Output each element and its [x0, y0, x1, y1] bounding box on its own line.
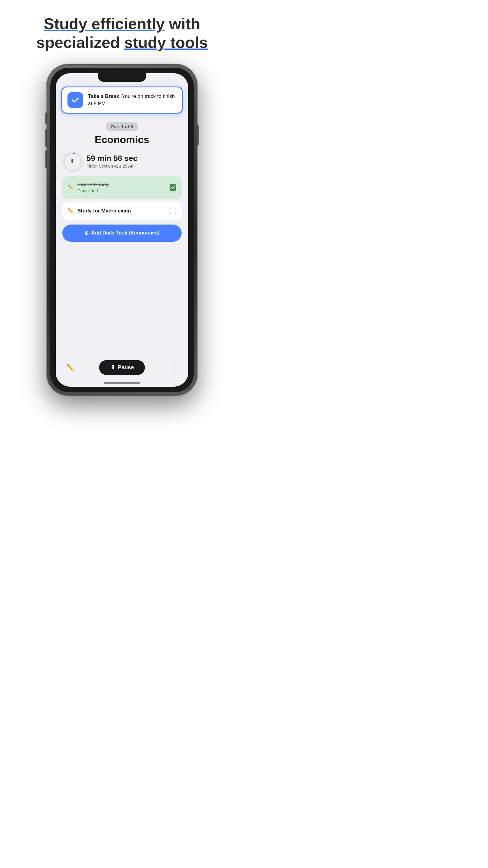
next-arrow-icon[interactable]: ›	[168, 361, 180, 373]
task-checkbox-2[interactable]	[170, 208, 176, 214]
task-name-2: Study for Macro exam	[77, 208, 166, 214]
task-status-1: Completed	[77, 188, 166, 193]
screen-content: Part 1 of 6 Economics ⏸ 59 min 56 se	[56, 117, 188, 355]
notification-icon	[67, 92, 83, 108]
task-label-area-1: Finish Essay Completed	[77, 182, 166, 193]
headline-part3: specialized	[36, 34, 124, 51]
timer-progress-ring	[62, 152, 84, 173]
timer-subtitle: Finish Section At 1:25 AM	[87, 164, 137, 168]
home-indicator	[104, 382, 140, 384]
task-name-1: Finish Essay	[77, 182, 166, 188]
pause-btn-icon: ⏸	[110, 364, 116, 371]
headline-part2: with	[165, 15, 200, 33]
bottom-bar: ✏️ ⏸ Pause ›	[56, 355, 188, 382]
checkmark-icon	[71, 96, 79, 104]
edit-bottom-icon[interactable]: ✏️	[64, 361, 76, 373]
mute-button	[45, 113, 47, 124]
pause-button[interactable]: ⏸ Pause	[99, 360, 144, 375]
notification-banner: Take a Break. You're on track to finish …	[61, 87, 183, 114]
timer-time: 59 min 56 sec	[87, 154, 137, 163]
task-item-finish-essay[interactable]: ✏️ Finish Essay Completed	[62, 176, 182, 198]
headline-part1: Study efficiently	[44, 15, 165, 33]
headline: Study efficiently with specialized study…	[24, 14, 220, 52]
edit-icon-1: ✏️	[68, 184, 74, 190]
task-item-macro-exam[interactable]: ✏️ Study for Macro exam	[62, 202, 182, 220]
volume-up-button	[45, 129, 47, 147]
notch	[98, 73, 146, 82]
edit-icon-2: ✏️	[68, 208, 74, 214]
task-checkbox-1[interactable]	[170, 184, 176, 191]
volume-down-button	[45, 150, 47, 168]
section-title: Economics	[95, 134, 149, 146]
headline-part4: study tools	[124, 34, 207, 51]
phone-shell: Take a Break. You're on track to finish …	[47, 64, 197, 396]
timer-text: 59 min 56 sec Finish Section At 1:25 AM	[87, 154, 137, 168]
add-task-label: Add Daily Task (Economics)	[91, 230, 159, 236]
pause-btn-label: Pause	[118, 364, 134, 371]
part-badge: Part 1 of 6	[106, 122, 138, 131]
timer-row: ⏸ 59 min 56 sec Finish Section At 1:25 A…	[62, 152, 182, 171]
add-task-button[interactable]: ⊕ Add Daily Task (Economics)	[62, 224, 182, 242]
add-task-plus-icon: ⊕	[84, 230, 89, 236]
phone-inner: Take a Break. You're on track to finish …	[50, 68, 194, 392]
task-label-area-2: Study for Macro exam	[77, 208, 166, 214]
svg-point-0	[64, 153, 82, 172]
power-button	[197, 124, 199, 146]
notification-text: Take a Break. You're on track to finish …	[88, 93, 176, 107]
timer-circle[interactable]: ⏸	[62, 152, 82, 171]
notification-title: Take a Break.	[88, 93, 121, 99]
phone-screen: Take a Break. You're on track to finish …	[56, 73, 188, 387]
checkbox-check-icon	[171, 185, 175, 190]
phone-mockup: Take a Break. You're on track to finish …	[47, 64, 197, 396]
